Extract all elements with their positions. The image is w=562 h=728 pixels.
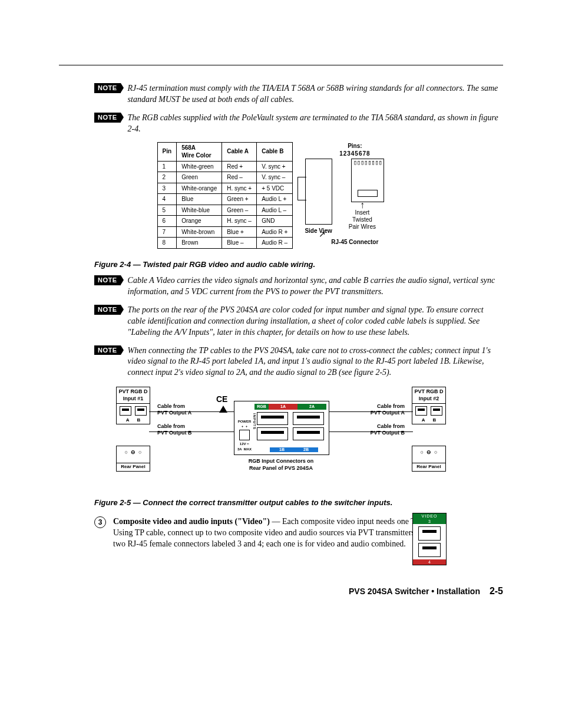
rj45-diagram: Pins: 12345678 ↗ Side View ▯▯▯▯▯▯▯▯ ↑ In… — [305, 142, 405, 246]
inputs-label: INPUTS — [252, 413, 257, 430]
rgb-label: RGB — [254, 404, 269, 410]
cable-a-label: Cable from PVT Output A — [371, 403, 405, 416]
note-text: The RGB cables supplied with the PoleVau… — [128, 113, 503, 135]
rj45-port-icon — [293, 412, 324, 425]
note-badge: NOTE — [94, 83, 121, 93]
cable-arrow-icon: ↗ — [319, 229, 326, 240]
rj45-jack-icon — [415, 406, 427, 416]
rj45-side-view-icon: ↗ — [305, 159, 332, 225]
footer-title: PVS 204SA Switcher • Installation — [349, 587, 480, 596]
video-label: VIDEO — [413, 513, 446, 519]
page-footer: PVS 204SA Switcher • Installation 2-5 — [59, 585, 503, 598]
note-3: NOTE Cable A Video carries the video sig… — [59, 275, 503, 298]
col-cable-b: Cable B — [257, 142, 293, 161]
note-2: NOTE The RGB cables supplied with the Po… — [59, 113, 503, 135]
rj45-jack-icon — [431, 406, 442, 416]
note-badge: NOTE — [94, 305, 121, 315]
table-row: 8BrownBlue –Audio R – — [157, 238, 293, 249]
note-text: Cable A Video carries the video signals … — [128, 275, 503, 298]
pvs-rear-panel: RGB 1A 2A 1B 2B POWER + + 12V ⎓ 3A MAX I… — [234, 401, 329, 455]
col-cable-a: Cable A — [222, 142, 257, 161]
pvt-input-1-top: PVT RGB D Input #1 A B — [116, 387, 150, 424]
rj45-port-icon — [257, 412, 288, 425]
port-1b-label: 1B — [270, 447, 294, 452]
table-row: 2GreenRed –V. sync – — [157, 172, 293, 183]
note-text: The ports on the rear of the PVS 204SA a… — [128, 305, 503, 338]
cable-line — [328, 411, 413, 412]
note-1: NOTE RJ-45 termination must comply with … — [59, 83, 503, 106]
note-5: NOTE When connecting the TP cables to th… — [59, 345, 503, 379]
rj45-jack-icon — [120, 406, 131, 416]
rear-panel-label: Rear Panel — [412, 463, 445, 471]
note-4: NOTE The ports on the rear of the PVS 20… — [59, 305, 503, 338]
table-row: 5White-blueGreen –Audio L – — [157, 205, 293, 216]
video-port-3-label: 3 — [413, 519, 446, 524]
port-2a-label: 2A — [297, 404, 326, 410]
col-pin: Pin — [157, 142, 177, 161]
top-rule — [59, 65, 503, 65]
arrow-up-icon: ↑ — [360, 202, 365, 208]
rear-panel-label: Rear Panel — [117, 463, 150, 471]
rj45-port-icon — [293, 427, 324, 440]
rj45-jack-icon — [135, 406, 147, 416]
cable-b-label: Cable from PVT Output B — [371, 423, 405, 436]
pinout-table: Pin 568A Wire Color Cable A Cable B 1Whi… — [157, 142, 293, 249]
cable-b-label: Cable from PVT Output B — [157, 423, 192, 436]
page-number: 2-5 — [490, 586, 503, 596]
rj45-port-icon — [257, 427, 288, 440]
note-text: When connecting the TP cables to the PVS… — [128, 345, 503, 379]
cable-a-label: Cable from PVT Output A — [157, 403, 191, 416]
video-port-4-label: 4 — [413, 559, 446, 565]
step-number: 3 — [94, 516, 106, 528]
pins-label: Pins: 12345678 — [305, 142, 405, 158]
rj45-front-view-icon: ▯▯▯▯▯▯▯▯ — [351, 159, 384, 202]
insert-label: Insert Twisted Pair Wires — [349, 209, 376, 230]
figure-2-5-caption: Figure 2-5 — Connect the correct transmi… — [94, 498, 503, 508]
table-row: 6OrangeH. sync –GND — [157, 216, 293, 227]
col-wire: 568A Wire Color — [177, 142, 222, 161]
cable-line — [149, 431, 234, 432]
cable-line — [328, 431, 413, 432]
table-row: 7White-brownBlue +Audio R + — [157, 226, 293, 238]
table-row: 3White-orangeH. sync ++ 5 VDC — [157, 183, 293, 194]
port-2b-label: 2B — [294, 447, 318, 452]
note-badge: NOTE — [94, 345, 121, 355]
note-badge: NOTE — [94, 113, 121, 123]
pvt-input-2-bottom: ○ ⊖ ○ Rear Panel — [412, 446, 446, 472]
power-block: POWER + + 12V ⎓ 3A MAX — [237, 419, 252, 451]
table-row: 1White-greenRed +V. sync + — [157, 161, 293, 172]
table-row: 4BlueGreen +Audio L + — [157, 194, 293, 205]
ce-mark-icon: CE — [216, 394, 227, 405]
note-text: RJ-45 termination must comply with the T… — [128, 83, 503, 106]
figure-2-4: Pin 568A Wire Color Cable A Cable B 1Whi… — [59, 142, 503, 249]
video-ports-diagram: VIDEO 3 4 — [412, 513, 447, 565]
rj45-port-icon — [418, 543, 441, 557]
figure-2-5: PVT RGB D Input #1 A B ○ ⊖ ○ Rear Panel … — [116, 387, 446, 487]
note-badge: NOTE — [94, 275, 121, 285]
warning-triangle-icon — [219, 406, 227, 413]
pvt-input-2-top: PVT RGB D Input #2 A B — [412, 387, 446, 424]
power-plug-icon — [239, 430, 250, 440]
pvt-input-1-bottom: ○ ⊖ ○ Rear Panel — [116, 446, 150, 472]
figure-2-4-caption: Figure 2-4 — Twisted pair RGB video and … — [94, 259, 503, 270]
rj45-port-icon — [418, 526, 441, 541]
center-caption: RGB Input Connectors on Rear Panel of PV… — [234, 457, 328, 472]
port-1a-label: 1A — [269, 404, 297, 410]
